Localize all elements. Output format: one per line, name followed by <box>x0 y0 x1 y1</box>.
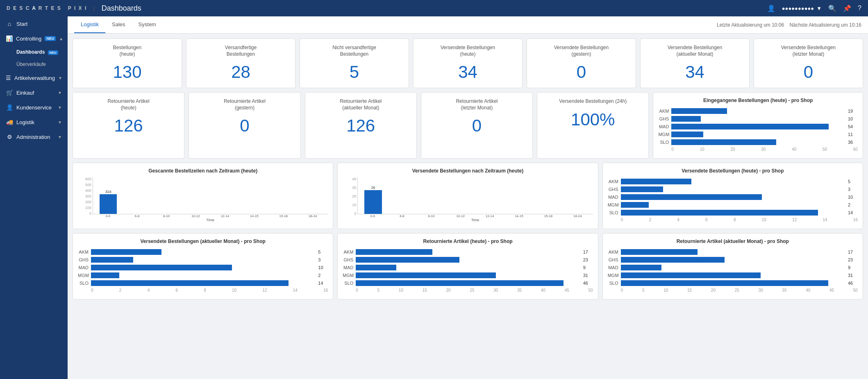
sidebar-item-einkauf[interactable]: 🛒 Einkauf ▼ <box>0 85 68 100</box>
vbar-area: 60050040030020010003240-66-88-1010-1212-… <box>78 177 328 222</box>
vbar-col-wrapper <box>388 177 417 214</box>
tab-logistik[interactable]: Logistik <box>74 16 105 33</box>
hbar-label: MGM <box>608 202 621 207</box>
sidebar-item-uberverkaufe[interactable]: Überverkäufe <box>0 58 68 70</box>
home-icon: ⌂ <box>6 20 13 27</box>
hbar-fill <box>91 249 161 255</box>
main-content: Logistik Sales System Letzte Aktualisier… <box>68 16 868 379</box>
metric-value: 126 <box>311 116 411 136</box>
hbar-label: GHS <box>608 187 621 192</box>
sidebar-item-controlling[interactable]: 📊 Controlling NEU ▲ <box>0 31 68 46</box>
hbar-fill <box>671 132 703 137</box>
tab-sales[interactable]: Sales <box>105 16 132 33</box>
chevron-logistik: ▼ <box>58 120 62 125</box>
metric-retourniert-letzter-monat: Retournierte Artikel(letzter Monat) 0 <box>421 92 533 159</box>
vbar-col-wrapper <box>182 177 210 214</box>
hbar-value: 46 <box>583 281 593 286</box>
hbar-track <box>621 257 846 263</box>
x-labels: 0-66-88-1010-1212-1414-1515-1818-24 <box>93 214 328 218</box>
hbar-fill <box>356 280 563 286</box>
vbar-col-wrapper <box>240 177 268 214</box>
metric-label: Versendete Bestellungen(gestern) <box>533 45 630 57</box>
hbar-fill <box>91 280 289 286</box>
hbar-track <box>671 132 846 137</box>
vbar-bars: 26 <box>357 177 593 214</box>
x-labels: 0-66-88-1010-1212-1414-1515-1818-24 <box>357 214 593 218</box>
hbar-track <box>621 202 846 208</box>
metric-value: 0 <box>195 116 294 136</box>
chart-versendete-shop: Versendete Bestellungen (heute) - pro Sh… <box>602 163 863 229</box>
hbar-fill <box>356 249 432 255</box>
hbar-fill <box>356 272 495 278</box>
metric-bestellungen-heute: Bestellungen(heute) 130 <box>73 39 182 88</box>
metric-label: Retournierte Artikel(heute) <box>79 98 178 111</box>
hbar-value: 10 <box>318 265 328 270</box>
hbar-row: MGM 2 <box>78 272 328 278</box>
chevron-artikel: ▼ <box>58 76 62 80</box>
hbar-track <box>621 249 846 255</box>
chart-icon: 📊 <box>6 35 13 42</box>
help-icon[interactable]: ? <box>858 5 861 12</box>
sidebar-item-artikelverwaltung[interactable]: ☰ Artikelverwaltung ▼ <box>0 70 68 85</box>
hbar-fill <box>621 179 691 184</box>
topbar-divider: | <box>93 5 95 11</box>
hbar-track <box>91 265 316 270</box>
hbar-track <box>356 280 581 286</box>
hbar-row: AKM 17 <box>608 249 858 255</box>
hbar-value: 5 <box>318 250 328 254</box>
hbar-chart: AKM 19 GHS 10 MAD 54 MGM 11 SLO <box>658 107 858 153</box>
sidebar-item-administration[interactable]: ⚙ Administration ▼ <box>0 129 68 144</box>
vbar-bars: 324 <box>93 177 328 214</box>
chart-title: Gescannte Bestellzeilen nach Zeitraum (h… <box>78 168 328 174</box>
hbar-value: 14 <box>318 281 328 286</box>
topbar-left: D E S C A R T E S P I X I | Dashboards <box>7 4 141 13</box>
pin-icon[interactable]: 📌 <box>843 5 851 12</box>
metric-retourniert-gestern: Retournierte Artikel(gestern) 0 <box>189 92 300 159</box>
new-badge-dashboards: NEU <box>48 50 58 55</box>
hbar-track <box>91 280 316 286</box>
hbar-fill <box>91 272 119 278</box>
sidebar-item-kundenservice[interactable]: 👤 Kundenservice ▼ <box>0 100 68 115</box>
search-icon[interactable]: 🔍 <box>828 5 836 12</box>
vbar-col-wrapper: 26 <box>359 177 387 214</box>
tab-system[interactable]: System <box>132 16 163 33</box>
hbar-fill <box>671 139 776 145</box>
cart-icon: 🛒 <box>6 89 13 96</box>
sidebar-label-logistik: Logistik <box>16 119 55 125</box>
hbar-axis: 05101520253035404550 <box>343 288 593 293</box>
vbar-body: 3240-66-88-1010-1212-1414-1515-1818-24Ti… <box>93 177 328 222</box>
metrics-row-2: Retournierte Artikel(heute) 126 Retourni… <box>73 92 863 159</box>
page-title: Dashboards <box>102 4 141 13</box>
y-axis: 403020100 <box>343 177 357 222</box>
hbar-row: AKM 17 <box>343 249 593 255</box>
hbar-fill <box>621 272 761 278</box>
hbar-value: 17 <box>848 250 858 254</box>
hbar-row: AKM 5 <box>78 249 328 255</box>
sidebar-item-dashboards[interactable]: Dashboards NEU <box>0 46 68 58</box>
hbar-chart: AKM 5 GHS 3 MAD 10 MGM 2 SLO <box>608 177 858 224</box>
hbar-track <box>621 272 846 278</box>
user-menu[interactable]: ●●●●●●●●●● ▼ <box>782 5 822 11</box>
sidebar-item-start[interactable]: ⌂ Start <box>0 16 68 31</box>
y-axis: 6005004003002001000 <box>78 177 93 222</box>
hbar-axis: 0246810121416 <box>78 288 328 293</box>
chart-title: Versendete Bestellungen nach Zeitraum (h… <box>343 168 593 174</box>
metric-versendete-monat: Versendete Bestellungen(aktueller Monat)… <box>640 39 750 88</box>
chart-retourniert-monat-shop: Retournierte Artikel (aktueller Monat) -… <box>602 233 863 300</box>
hbar-track <box>671 124 846 129</box>
hbar-fill <box>621 257 725 263</box>
hbar-track <box>671 139 846 145</box>
hbar-label: GHS <box>78 257 91 262</box>
gear-icon: ⚙ <box>6 134 13 140</box>
vbar-area: 403020100260-66-88-1010-1212-1414-1515-1… <box>343 177 593 222</box>
tabs: Logistik Sales System <box>74 16 163 33</box>
hbar-label: AKM <box>608 179 621 184</box>
vbar-col-wrapper <box>417 177 446 214</box>
hbar-label: MGM <box>78 273 91 278</box>
layout: ⌂ Start 📊 Controlling NEU ▲ Dashboards N… <box>0 16 868 379</box>
user-icon[interactable]: 👤 <box>767 5 775 12</box>
sidebar-item-logistik[interactable]: 🚚 Logistik ▼ <box>0 115 68 129</box>
hbar-label: MAD <box>608 265 621 270</box>
hbar-row: MAD 54 <box>658 124 858 129</box>
hbar-track <box>91 249 316 255</box>
